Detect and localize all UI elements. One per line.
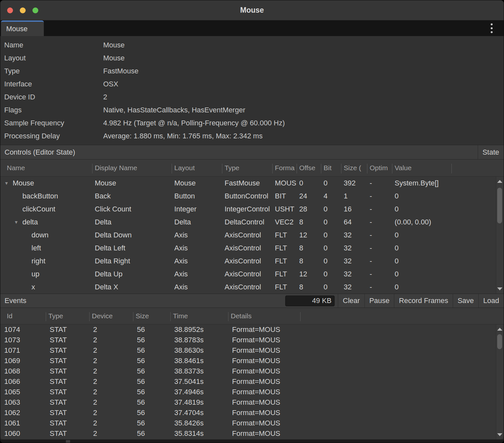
control-name-cell: ▼ Mouse [0,179,92,187]
event-buffer-size-field[interactable]: 49 KB [285,296,335,306]
window-title: Mouse [240,6,264,15]
scroll-up-arrow-icon[interactable] [497,328,502,331]
event-details: Format=MOUS [228,377,300,386]
event-device: 2 [89,429,133,438]
column-header-display-name[interactable]: Display Name [92,159,172,176]
control-name-cell: ▼ up [0,270,92,278]
table-row[interactable]: ▼ right Delta Right Axis AxisControl FLT… [0,255,504,268]
control-format: MOUS [272,179,297,187]
zoom-window-icon[interactable] [32,7,38,13]
table-row[interactable]: 1063 STAT 2 56 37.4819s Format=MOUS [0,397,504,408]
info-value: Native, HasStateCallbacks, HasEventMerge… [99,106,504,114]
save-button[interactable]: Save [453,294,478,308]
column-header-optimized[interactable]: Optim [367,159,392,176]
control-display-name: Delta Down [92,231,172,239]
info-label: Sample Frequency [0,119,99,127]
scroll-down-arrow-icon[interactable] [497,287,502,290]
table-row[interactable]: 1068 STAT 2 56 38.8373s Format=MOUS [0,366,504,376]
title-bar[interactable]: Mouse [0,0,504,20]
column-header-offset[interactable]: Offse [297,159,321,176]
scrollbar-thumb[interactable] [497,334,502,349]
column-header-type[interactable]: Type [46,308,89,324]
controls-vertical-scrollbar[interactable] [496,177,503,294]
column-header-name[interactable]: Name [0,159,92,176]
expand-triangle-icon[interactable]: ▼ [4,181,13,186]
table-row[interactable]: 1069 STAT 2 56 38.8461s Format=MOUS [0,356,504,366]
event-type: STAT [46,398,89,407]
table-row[interactable]: ▼ Mouse Mouse Mouse FastMouse MOUS 0 0 3… [0,177,504,190]
kebab-menu-icon[interactable] [489,22,494,34]
load-button[interactable]: Load [478,294,504,308]
bottom-scroll-strip[interactable] [0,439,504,443]
column-header-device[interactable]: Device [89,308,133,324]
scroll-down-arrow-icon[interactable] [497,433,502,436]
column-header-value[interactable]: Value [392,159,451,176]
event-size: 56 [133,419,170,427]
event-size: 56 [133,346,170,355]
control-name-cell: ▼ left [0,244,92,252]
control-bit: 4 [321,192,341,200]
control-offset: 8 [297,257,321,265]
table-row[interactable]: 1061 STAT 2 56 35.8426s Format=MOUS [0,418,504,428]
control-layout: Delta [172,218,222,226]
control-size: 32 [341,270,367,278]
event-time: 35.8314s [170,429,228,438]
table-row[interactable]: 1062 STAT 2 56 37.4704s Format=MOUS [0,408,504,418]
device-info-row: Processing Delay Average: 1.880 ms, Min:… [0,130,504,143]
control-value: (0.00, 0.00) [392,218,451,226]
table-row[interactable]: 1065 STAT 2 56 37.4946s Format=MOUS [0,387,504,397]
minimize-window-icon[interactable] [20,7,26,13]
info-label: Layout [0,54,99,62]
scroll-up-arrow-icon[interactable] [497,180,502,183]
column-header-spacer [300,308,504,324]
control-offset: 8 [297,244,321,252]
control-size: 32 [341,257,367,265]
column-header-time[interactable]: Time [170,308,228,324]
events-table: 1074 STAT 2 56 38.8952s Format=MOUS 1073… [0,324,504,439]
table-row[interactable]: 1073 STAT 2 56 38.8783s Format=MOUS [0,335,504,345]
column-header-details[interactable]: Details [228,308,300,324]
table-row[interactable]: 1071 STAT 2 56 38.8630s Format=MOUS [0,345,504,356]
table-row[interactable]: ▼ x Delta X Axis AxisControl FLT 8 0 32 … [0,281,504,294]
column-header-bit[interactable]: Bit [321,159,341,176]
table-row[interactable]: ▼ delta Delta Delta DeltaControl VEC2 8 … [0,216,504,229]
table-row[interactable]: 1074 STAT 2 56 38.8952s Format=MOUS [0,324,504,335]
column-header-type[interactable]: Type [222,159,272,176]
control-offset: 0 [297,179,321,187]
column-header-id[interactable]: Id [0,308,46,324]
tab-mouse[interactable]: Mouse [1,20,44,36]
event-device: 2 [89,388,133,396]
column-header-size[interactable]: Size [133,308,170,324]
column-header-spacer [451,159,504,176]
record-frames-button[interactable]: Record Frames [394,294,453,308]
table-row[interactable]: ▼ backButton Back Button ButtonControl B… [0,190,504,203]
device-info-row: Name Mouse [0,39,504,52]
control-layout: Integer [172,205,222,213]
expand-triangle-icon[interactable]: ▼ [14,220,22,225]
control-name-cell: ▼ down [0,231,92,239]
table-row[interactable]: ▼ down Delta Down Axis AxisControl FLT 1… [0,229,504,242]
column-header-format[interactable]: Forma [272,159,297,176]
table-row[interactable]: 1066 STAT 2 56 37.5041s Format=MOUS [0,376,504,387]
state-button[interactable]: State [478,145,504,159]
event-id: 1068 [0,367,46,375]
event-size: 56 [133,325,170,334]
table-row[interactable]: ▼ left Delta Left Axis AxisControl FLT 8… [0,242,504,255]
events-vertical-scrollbar[interactable] [496,324,503,439]
control-type: AxisControl [222,231,272,239]
clear-button[interactable]: Clear [338,294,364,308]
table-row[interactable]: ▼ up Delta Up Axis AxisControl FLT 12 0 … [0,268,504,281]
device-info-row: Layout Mouse [0,52,504,65]
pause-button[interactable]: Pause [364,294,394,308]
event-id: 1066 [0,377,46,386]
close-window-icon[interactable] [7,7,13,13]
control-type: AxisControl [222,244,272,252]
table-row[interactable]: 1060 STAT 2 56 35.8314s Format=MOUS [0,428,504,439]
table-row[interactable]: ▼ clickCount Click Count Integer Integer… [0,203,504,216]
control-name: up [31,270,39,278]
scrollbar-thumb[interactable] [497,188,502,223]
column-header-layout[interactable]: Layout [172,159,222,176]
event-type: STAT [46,409,89,417]
event-id: 1069 [0,357,46,365]
column-header-size[interactable]: Size ( [341,159,367,176]
